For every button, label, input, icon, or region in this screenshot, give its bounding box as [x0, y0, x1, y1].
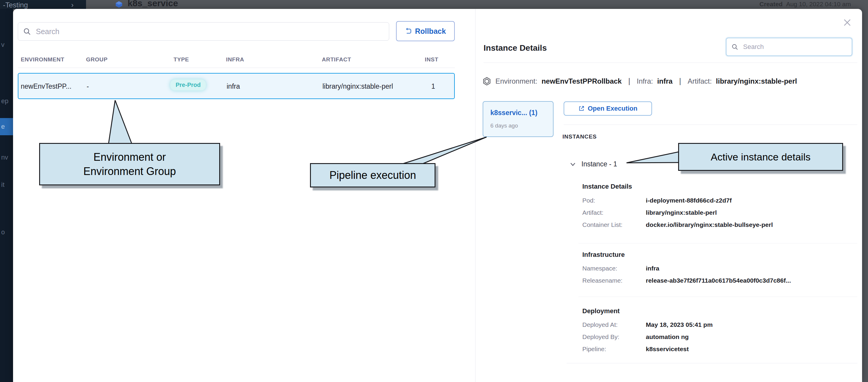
- section-title-infrastructure: Infrastructure: [582, 251, 625, 259]
- external-link-icon: [578, 105, 585, 112]
- releasename-label: Releasename:: [582, 277, 622, 284]
- infra-value: infra: [657, 77, 673, 86]
- search-input[interactable]: [743, 43, 847, 51]
- section-title-deployment: Deployment: [582, 307, 620, 315]
- bottom-divider: [567, 363, 857, 363]
- artifact-value: library/nginx:stable-perl: [646, 209, 717, 216]
- callout-text: Active instance details: [679, 150, 842, 164]
- col-environment: ENVIRONMENT: [21, 56, 64, 63]
- artifact-label: Artifact:: [582, 209, 603, 216]
- row-inst: 1: [431, 83, 435, 91]
- breadcrumb-fragment: -Testing: [3, 1, 28, 9]
- rollback-label: Rollback: [415, 27, 446, 36]
- callout-text: Environment or: [40, 150, 219, 164]
- instance-accordion-row[interactable]: Instance - 1: [569, 160, 617, 168]
- execution-divider: [564, 125, 857, 125]
- pipeline-value: k8sservicetest: [646, 346, 689, 353]
- dimmed-app-topbar: -Testing › k8s_service Created Aug 10, 2…: [0, 0, 868, 9]
- row-group: -: [87, 83, 89, 91]
- service-cube-icon: [115, 1, 123, 8]
- search-icon: [23, 27, 31, 36]
- instance-row-label: Instance - 1: [582, 160, 617, 168]
- execution-time: 6 days ago: [490, 123, 518, 129]
- section-divider: [579, 296, 857, 297]
- nav-fragment: it: [1, 181, 4, 189]
- modal-pane-divider: [475, 9, 475, 382]
- artifact-value: library/nginx:stable-perl: [716, 77, 797, 86]
- execution-name: k8sservic... (1): [490, 109, 537, 117]
- pipeline-execution-card[interactable]: k8sservic... (1) 6 days ago: [483, 101, 554, 137]
- open-execution-label: Open Execution: [588, 105, 637, 113]
- pod-label: Pod:: [582, 197, 595, 204]
- nav-fragment: o: [1, 228, 5, 236]
- pipeline-label: Pipeline:: [582, 346, 607, 353]
- infra-label: Infra:: [637, 77, 653, 86]
- preprod-badge: Pre-Prod: [170, 79, 206, 91]
- artifact-label: Artifact:: [688, 77, 712, 86]
- namespace-value: infra: [646, 265, 659, 272]
- deployed-by-value: automation ng: [646, 333, 689, 341]
- created-value: Aug 10, 2022 04:10 am: [786, 1, 851, 7]
- chevron-right-icon: ›: [71, 0, 73, 9]
- close-icon[interactable]: [842, 18, 852, 27]
- col-artifact: ARTIFACT: [322, 56, 351, 63]
- instances-heading: INSTANCES: [562, 133, 597, 140]
- environment-icon: [483, 77, 491, 86]
- nav-fragment: e: [1, 123, 5, 130]
- nav-fragment: nv: [1, 154, 8, 161]
- page-title: k8s_service: [128, 0, 178, 8]
- row-environment: newEnvTestPP...: [21, 83, 71, 91]
- section-divider: [579, 243, 857, 244]
- nav-fragment: v: [1, 41, 4, 49]
- environment-label: Environment:: [495, 77, 537, 86]
- callout-active-instance: Active instance details: [678, 143, 843, 171]
- separator: |: [677, 76, 683, 86]
- releasename-value: release-ab3e7f26f711a0c617b54ea00f0c3d7c…: [646, 277, 791, 284]
- callout-text: Pipeline execution: [311, 168, 435, 182]
- container-list-label: Container List:: [582, 221, 622, 228]
- col-inst: INST: [425, 56, 438, 63]
- deployed-at-label: Deployed At:: [582, 321, 618, 328]
- row-artifact: library/nginx:stable-perl: [322, 83, 393, 91]
- rollback-button[interactable]: Rollback: [396, 21, 455, 41]
- nav-fragment: ep: [1, 97, 8, 105]
- environment-summary: Environment: newEnvTestPPRollback | Infr…: [483, 76, 797, 86]
- callout-text: Environment Group: [40, 164, 219, 179]
- pod-value: i-deployment-88fd66cd-z2d7f: [646, 197, 732, 204]
- panel-title-divider: [484, 63, 857, 63]
- search-input[interactable]: [35, 27, 384, 36]
- open-execution-button[interactable]: Open Execution: [564, 101, 652, 116]
- environment-value: newEnvTestPPRollback: [541, 77, 621, 86]
- search-icon: [731, 43, 738, 51]
- breadcrumb: -Testing ›: [0, 0, 86, 9]
- environment-table-row[interactable]: newEnvTestPP... - Pre-Prod infra library…: [18, 73, 455, 99]
- instance-details-modal: [13, 9, 862, 382]
- created-label: Created Aug 10, 2022 04:10 am: [760, 1, 851, 8]
- separator: |: [626, 76, 633, 86]
- callout-pipeline-execution: Pipeline execution: [310, 163, 435, 187]
- callout-environment-group: Environment or Environment Group: [39, 143, 220, 185]
- section-title-instance-details: Instance Details: [582, 183, 632, 190]
- col-type: TYPE: [174, 56, 189, 63]
- deployed-at-value: May 18, 2023 05:41 pm: [646, 321, 713, 328]
- environment-search[interactable]: [18, 22, 389, 41]
- rollback-icon: [405, 28, 412, 35]
- col-infra: INFRA: [226, 56, 244, 63]
- chevron-down-icon: [569, 162, 576, 167]
- screen: -Testing › k8s_service Created Aug 10, 2…: [0, 0, 868, 382]
- table-header-divider: [18, 68, 455, 68]
- row-infra: infra: [227, 83, 240, 91]
- backdrop-right-strip: [862, 9, 868, 382]
- deployed-by-label: Deployed By:: [582, 333, 619, 341]
- col-group: GROUP: [86, 56, 108, 63]
- namespace-label: Namespace:: [582, 265, 617, 272]
- dimmed-left-nav: v ep e nv it o: [0, 9, 13, 382]
- panel-title: Instance Details: [484, 43, 547, 53]
- container-list-value: docker.io/library/nginx:stable-bullseye-…: [646, 221, 773, 228]
- instance-search[interactable]: [726, 38, 852, 56]
